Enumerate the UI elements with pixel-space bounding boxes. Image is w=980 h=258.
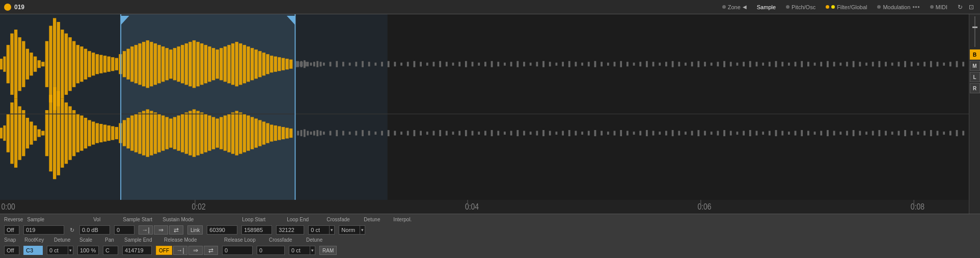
snap-value[interactable]: Off <box>4 246 19 255</box>
svg-rect-362 <box>878 130 880 136</box>
svg-rect-216 <box>92 122 95 145</box>
zone-dot <box>722 5 726 9</box>
svg-rect-222 <box>115 127 118 139</box>
svg-rect-56 <box>200 43 203 85</box>
link-button[interactable]: Link <box>187 225 203 235</box>
svg-rect-143 <box>652 62 655 66</box>
svg-rect-10 <box>22 41 25 87</box>
scale-value[interactable]: 100 % <box>77 246 99 255</box>
nav-pitch-osc[interactable]: Pitch/Osc <box>782 3 820 11</box>
loop-start-value[interactable]: 60390 <box>207 225 237 235</box>
svg-rect-186 <box>930 61 932 67</box>
vol-value[interactable]: 0.0 dB <box>79 225 110 235</box>
svg-rect-267 <box>289 128 292 138</box>
svg-rect-207 <box>57 91 60 175</box>
svg-rect-47 <box>166 48 169 80</box>
svg-rect-187 <box>937 62 939 66</box>
svg-rect-114 <box>465 61 467 67</box>
svg-rect-333 <box>691 131 693 136</box>
svg-rect-13 <box>34 57 37 72</box>
svg-rect-113 <box>458 62 460 66</box>
release-btn-1[interactable]: →| <box>173 246 187 255</box>
svg-rect-137 <box>614 62 616 66</box>
sidebar-btn-m[interactable]: M <box>970 61 980 71</box>
svg-rect-183 <box>911 62 913 66</box>
svg-rect-27 <box>88 51 91 77</box>
svg-text:0:02: 0:02 <box>192 202 206 211</box>
svg-rect-229 <box>142 111 145 155</box>
svg-rect-180 <box>891 63 893 66</box>
detune3-value[interactable]: 0 ct <box>289 246 310 255</box>
nav-modulation[interactable]: Modulation ●●● <box>873 3 923 11</box>
svg-rect-20 <box>61 30 64 98</box>
reverse-value[interactable]: Off <box>4 225 19 235</box>
svg-rect-131 <box>575 62 577 66</box>
sustain-btn-3[interactable]: ⇄ <box>169 225 183 235</box>
svg-rect-246 <box>208 116 211 151</box>
sustain-btn-1[interactable]: →| <box>139 225 153 235</box>
svg-rect-213 <box>80 116 83 151</box>
detune2-dropdown[interactable]: ▾ <box>68 246 73 255</box>
svg-rect-124 <box>530 63 532 66</box>
detune-value[interactable]: 0 ct <box>308 225 330 235</box>
pan-value[interactable]: C <box>103 246 118 255</box>
svg-rect-203 <box>41 131 44 136</box>
nav-midi[interactable]: MIDI <box>926 3 951 11</box>
sustain-btn-2[interactable]: ⇒ <box>154 225 168 235</box>
sidebar-btn-l[interactable]: L <box>970 72 980 82</box>
svg-rect-339 <box>730 131 732 136</box>
nav-sample[interactable]: Sample <box>753 3 780 11</box>
sample-end-value[interactable]: 414719 <box>122 246 152 255</box>
refresh-icon[interactable]: ↻ <box>68 226 75 234</box>
svg-rect-231 <box>150 111 153 155</box>
svg-rect-256 <box>247 116 250 151</box>
release-off-btn[interactable]: OFF <box>156 246 172 255</box>
nav-filter-global[interactable]: Filter/Global <box>822 3 871 11</box>
sidebar-btn-b[interactable]: B <box>970 49 980 60</box>
interpol-label: Interpol. <box>393 217 421 222</box>
detune-dropdown[interactable]: ▾ <box>330 225 335 235</box>
detune2-value[interactable]: 0 ct <box>47 246 68 255</box>
crossfade2-value[interactable]: 0 <box>257 246 285 255</box>
rootkey-value[interactable]: C3 <box>23 246 43 255</box>
svg-rect-381 <box>0 200 969 214</box>
svg-rect-105 <box>407 62 409 66</box>
svg-rect-36 <box>123 51 126 77</box>
ram-button[interactable]: RAM <box>319 246 337 255</box>
svg-rect-327 <box>652 131 655 136</box>
nav-zone[interactable]: Zone ◀ <box>718 3 751 11</box>
release-btn-2[interactable]: ⇒ <box>188 246 203 255</box>
svg-rect-106 <box>414 61 416 67</box>
sample-value[interactable]: 019 <box>23 225 64 235</box>
sync-icon[interactable]: ↻ <box>956 3 965 12</box>
interpol-value[interactable]: Norm <box>339 225 360 235</box>
svg-rect-261 <box>266 123 269 143</box>
svg-rect-215 <box>88 120 91 146</box>
svg-rect-165 <box>795 62 797 66</box>
svg-rect-375 <box>962 131 964 136</box>
sample-start-value[interactable]: 0 <box>114 225 134 235</box>
snap-label: Snap <box>4 238 20 243</box>
save-icon[interactable]: ⊡ <box>967 3 976 12</box>
interpol-dropdown[interactable]: ▾ <box>360 225 365 235</box>
svg-rect-22 <box>68 37 71 91</box>
detune3-dropdown[interactable]: ▾ <box>310 246 315 255</box>
svg-rect-304 <box>504 132 506 135</box>
svg-rect-154 <box>723 61 725 67</box>
release-btn-3[interactable]: ⇄ <box>204 246 218 255</box>
svg-rect-369 <box>923 131 925 136</box>
loop-end-value[interactable]: 158985 <box>241 225 272 235</box>
svg-rect-358 <box>853 130 855 136</box>
svg-rect-366 <box>904 130 906 136</box>
crossfade-value[interactable]: 32122 <box>276 225 304 235</box>
pan-label: Pan <box>105 238 120 243</box>
svg-rect-58 <box>208 46 211 82</box>
svg-rect-337 <box>717 131 719 136</box>
waveform-main[interactable]: 0:00 0:02 0:04 0:06 0:08 <box>0 14 969 214</box>
title-text: 019 <box>14 4 24 11</box>
release-loop-value[interactable]: 0 <box>222 246 253 255</box>
svg-rect-271 <box>307 131 309 136</box>
svg-rect-167 <box>807 62 809 66</box>
svg-rect-185 <box>923 62 925 66</box>
sidebar-btn-r[interactable]: R <box>970 83 980 93</box>
